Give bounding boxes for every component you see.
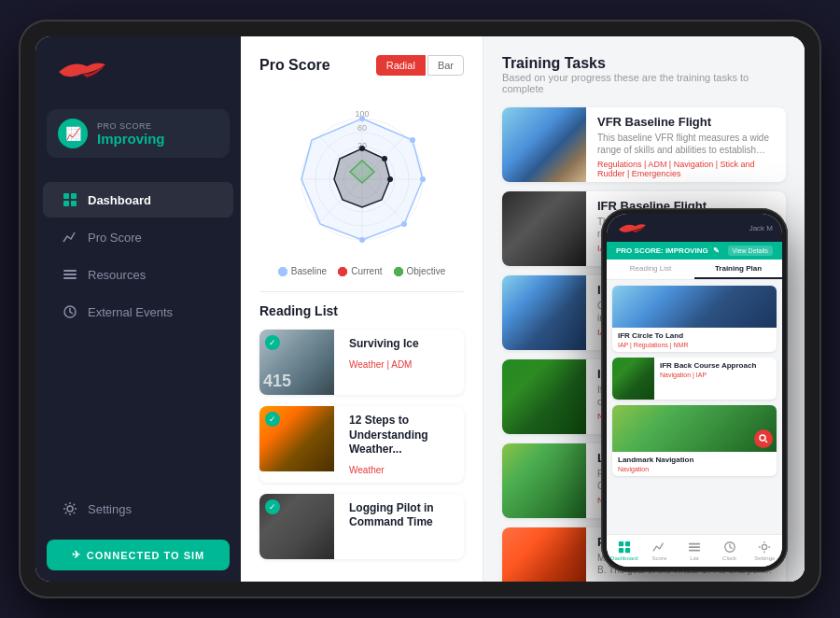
svg-point-48	[763, 544, 767, 549]
sidebar-item-pro-score[interactable]: Pro Score	[43, 219, 233, 255]
svg-point-8	[67, 506, 73, 512]
svg-point-29	[420, 176, 426, 182]
legend-objective: Objective	[394, 266, 446, 276]
pro-score-header: Pro Score Radial Bar	[259, 55, 464, 76]
search-fab[interactable]	[754, 429, 773, 448]
legend-current: Current	[338, 266, 382, 276]
bar-button[interactable]: Bar	[427, 55, 464, 76]
reading-title-ice: Surviving Ice	[349, 337, 458, 352]
mobile-view-details[interactable]: View Details	[728, 246, 773, 256]
mobile-task-back-info: IFR Back Course Approach Navigation | IA…	[654, 358, 762, 400]
svg-rect-0	[63, 193, 69, 199]
radar-chart: 100 60 20	[269, 100, 455, 249]
mobile-img-back	[612, 358, 654, 400]
reading-item-logging[interactable]: ✓ Logging Pilot in Command Time	[259, 494, 464, 559]
mobile-score-bar[interactable]: PRO SCORE: IMPROVING ✎ View Details	[607, 242, 782, 260]
task-img-ifr	[502, 191, 586, 266]
svg-rect-41	[625, 541, 630, 546]
mobile-task-circle-full[interactable]: IFR Circle To Land IAP | Regulations | N…	[612, 286, 777, 352]
mobile-username: Jack M	[749, 224, 773, 232]
reading-title-weather: 12 Steps to Understanding Weather...	[349, 414, 458, 457]
mobile-nav-list[interactable]: List	[677, 541, 712, 561]
connected-sim-button[interactable]: ✈ CONNECTED TO SIM	[47, 540, 230, 570]
mobile-task-landmark-full[interactable]: Landmark Navigation Navigation	[612, 405, 777, 476]
svg-rect-2	[63, 201, 69, 206]
svg-rect-6	[63, 277, 77, 279]
mobile-nav-clock[interactable]: Clock	[712, 541, 748, 561]
mobile-task-title-circle: IFR Circle To Land	[618, 331, 771, 340]
logo-bird-icon	[54, 55, 110, 83]
reading-info-weather: 12 Steps to Understanding Weather... Wea…	[343, 406, 464, 483]
sidebar: 📈 PRO SCORE Improving	[35, 36, 241, 582]
sidebar-item-dashboard[interactable]: Dashboard	[43, 182, 233, 218]
svg-rect-4	[63, 270, 77, 272]
mobile-nav-settings[interactable]: Settings	[747, 541, 782, 561]
task-desc-vfr: This baseline VFR flight measures a wide…	[597, 132, 775, 156]
svg-point-27	[359, 116, 365, 121]
mobile-score-text: PRO SCORE: IMPROVING ✎	[616, 246, 720, 255]
mobile-img-circle	[612, 286, 777, 328]
svg-point-31	[359, 237, 365, 243]
task-img-pattern	[502, 527, 586, 582]
svg-rect-5	[63, 274, 77, 275]
svg-rect-35	[278, 267, 287, 276]
svg-point-30	[401, 221, 407, 227]
device-frame: 📈 PRO SCORE Improving	[19, 20, 821, 598]
sidebar-item-label-pro-score: Pro Score	[88, 231, 142, 245]
mobile-tabs: Reading List Training Plan	[607, 260, 782, 280]
clock-icon	[62, 303, 78, 320]
svg-rect-36	[338, 267, 347, 276]
mobile-img-landmark-full	[612, 405, 777, 452]
radial-button[interactable]: Radial	[376, 55, 426, 76]
reading-info-logging: Logging Pilot in Command Time	[343, 494, 464, 559]
mobile-device: Jack M PRO SCORE: IMPROVING ✎ View Detai…	[601, 208, 788, 572]
svg-rect-46	[689, 550, 700, 552]
mobile-task-back[interactable]: IFR Back Course Approach Navigation | IA…	[612, 358, 777, 400]
score-label: PRO SCORE	[97, 121, 165, 131]
radar-legend: Baseline Current Objective	[259, 266, 464, 292]
grid-icon	[62, 191, 78, 208]
reading-item-weather[interactable]: ✓ 12 Steps to Understanding Weather... W…	[259, 406, 464, 483]
sidebar-nav: Dashboard Pro Score	[35, 165, 241, 489]
reading-tags-weather: Weather	[349, 465, 458, 475]
task-img-back	[502, 359, 586, 434]
mobile-header: Jack M	[607, 214, 782, 242]
score-card[interactable]: 📈 PRO SCORE Improving	[47, 109, 230, 158]
svg-rect-42	[619, 548, 623, 553]
svg-rect-40	[619, 541, 623, 546]
mobile-tab-training[interactable]: Training Plan	[694, 260, 782, 279]
sidebar-item-external-events[interactable]: External Events	[43, 294, 233, 330]
mobile-task-title-back: IFR Back Course Approach	[660, 361, 756, 370]
svg-point-28	[410, 137, 415, 143]
training-subtitle: Based on your progress these are the tra…	[502, 72, 786, 94]
svg-rect-44	[689, 543, 700, 545]
reading-title-logging: Logging Pilot in Command Time	[349, 501, 458, 530]
connected-label: CONNECTED TO SIM	[87, 550, 204, 561]
settings-label: Settings	[88, 502, 132, 516]
sidebar-item-settings[interactable]: Settings	[43, 491, 233, 527]
svg-point-34	[387, 176, 393, 182]
svg-rect-3	[71, 201, 77, 206]
sidebar-item-resources[interactable]: Resources	[43, 257, 233, 292]
score-icon: 📈	[58, 119, 88, 148]
mobile-nav-score[interactable]: Score	[642, 541, 678, 561]
mobile-task-circle-info: IFR Circle To Land IAP | Regulations | N…	[612, 328, 777, 352]
screen: 📈 PRO SCORE Improving	[35, 36, 805, 582]
reading-item-ice[interactable]: ✓ 415 Surviving Ice Weather | ADM	[259, 330, 464, 395]
mobile-tab-reading[interactable]: Reading List	[607, 260, 694, 279]
svg-point-38	[760, 435, 765, 441]
reading-list-title: Reading List	[259, 303, 464, 318]
task-card-vfr[interactable]: VFR Baseline Flight This baseline VFR fl…	[502, 107, 786, 182]
legend-baseline: Baseline	[278, 266, 327, 276]
svg-rect-1	[71, 193, 77, 199]
radar-container: 100 60 20	[259, 91, 464, 259]
mobile-content: IFR Circle To Land IAP | Regulations | N…	[607, 280, 782, 534]
task-img-vfr	[502, 107, 586, 182]
mobile-screen: Jack M PRO SCORE: IMPROVING ✎ View Detai…	[607, 214, 782, 567]
mobile-logo	[616, 219, 649, 236]
score-value: Improving	[97, 131, 165, 147]
sidebar-item-label-external: External Events	[88, 305, 173, 319]
mobile-task-tags-circle: IAP | Regulations | NMR	[618, 342, 771, 348]
sidebar-item-label-dashboard: Dashboard	[88, 193, 151, 207]
mobile-nav-dashboard[interactable]: Dashboard	[607, 541, 642, 561]
